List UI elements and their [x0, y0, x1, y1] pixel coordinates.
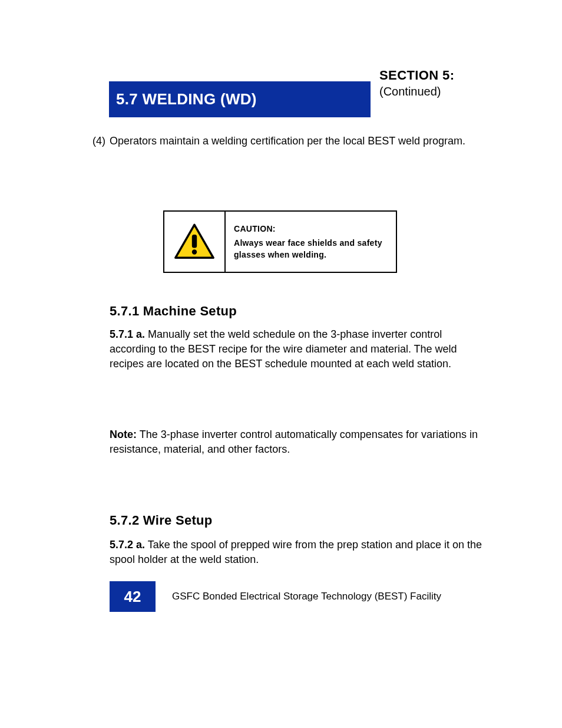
- paragraph-a-number: 5.7.1 a.: [110, 328, 145, 340]
- paragraph-wire-setup: 5.7.2 a. Take the spool of prepped wire …: [110, 538, 487, 567]
- paragraph-machine-setup: 5.7.1 a. Manually set the weld schedule …: [110, 327, 487, 372]
- paragraph-b-number: 5.7.2 a.: [110, 539, 145, 551]
- caution-body: Always wear face shields and safety glas…: [234, 237, 388, 261]
- section-continued-label: (Continued): [379, 85, 441, 98]
- subsection-heading-setup: 5.7.1 Machine Setup: [110, 304, 237, 319]
- note-label: Note:: [110, 429, 137, 440]
- section-heading-bar: 5.7 WELDING (WD): [109, 81, 371, 117]
- note-text: The 3-phase inverter control automatical…: [110, 429, 478, 455]
- subsection-heading-wire: 5.7.2 Wire Setup: [110, 513, 213, 528]
- page-number-badge: 42: [110, 581, 156, 612]
- intro-text: Operators maintain a welding certificati…: [110, 135, 465, 147]
- caution-label: CAUTION:: [234, 223, 388, 235]
- svg-rect-0: [192, 235, 197, 248]
- paragraph-a-text: Manually set the weld schedule on the 3-…: [110, 328, 457, 370]
- caution-box: CAUTION: Always wear face shields and sa…: [163, 210, 397, 273]
- section-number-caption: SECTION 5:: [379, 68, 454, 83]
- caution-icon-cell: [164, 212, 226, 272]
- warning-triangle-icon: [174, 223, 215, 261]
- svg-point-1: [192, 249, 197, 254]
- intro-item-number: (4): [92, 134, 105, 148]
- note-block: Note: The 3-phase inverter control autom…: [110, 427, 487, 457]
- paragraph-b-text: Take the spool of prepped wire from the …: [110, 539, 482, 565]
- footer-text: GSFC Bonded Electrical Storage Technolog…: [172, 591, 441, 602]
- caution-text: CAUTION: Always wear face shields and sa…: [226, 212, 396, 272]
